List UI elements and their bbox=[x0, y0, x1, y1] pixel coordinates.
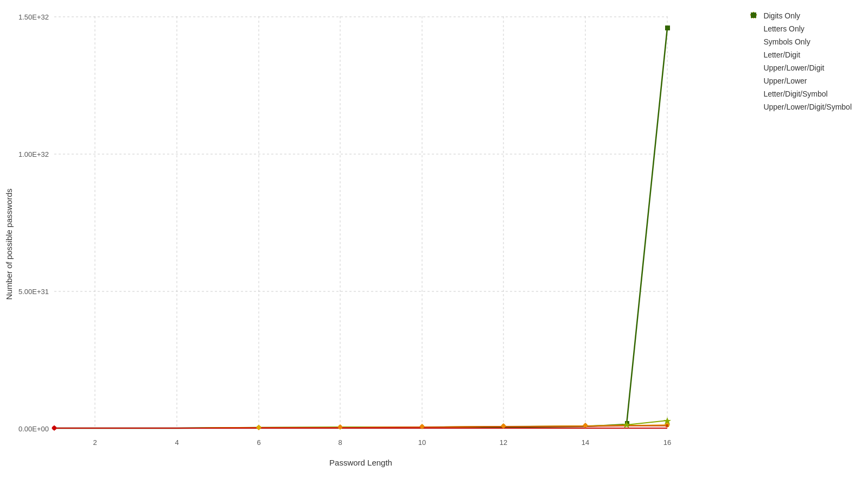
legend-item-upper-lower: Upper/Lower bbox=[749, 76, 852, 86]
legend-icon-upper-lower-digit bbox=[749, 63, 759, 73]
svg-text:5.00E+31: 5.00E+31 bbox=[18, 288, 49, 296]
legend-label-letter-digit: Letter/Digit bbox=[763, 50, 800, 59]
legend-icon-upper-lower bbox=[749, 76, 759, 86]
legend-item-digits-only: Digits Only bbox=[749, 11, 852, 21]
legend-icon-upper-lower-digit-symbol bbox=[749, 102, 759, 112]
legend-item-upper-lower-digit-symbol: Upper/Lower/Digit/Symbol bbox=[749, 102, 852, 112]
legend-label-symbols-only: Symbols Only bbox=[763, 37, 810, 46]
svg-rect-37 bbox=[502, 424, 505, 428]
svg-rect-35 bbox=[420, 425, 424, 428]
legend-icon-letters-only bbox=[749, 24, 759, 34]
legend-icon-letter-digit-symbol bbox=[749, 89, 759, 99]
legend-item-symbols-only: Symbols Only bbox=[749, 37, 852, 47]
svg-text:1.00E+32: 1.00E+32 bbox=[18, 150, 49, 158]
svg-text:12: 12 bbox=[500, 438, 507, 447]
svg-text:0.00E+00: 0.00E+00 bbox=[18, 425, 49, 433]
legend-label-letter-digit-symbol: Letter/Digit/Symbol bbox=[763, 90, 827, 98]
svg-text:10: 10 bbox=[418, 438, 426, 447]
svg-text:Number of possible passwords: Number of possible passwords bbox=[4, 188, 14, 300]
svg-text:Password Length: Password Length bbox=[329, 458, 392, 467]
chart-legend: Digits Only Letters Only Symbols Only Le… bbox=[749, 11, 852, 112]
legend-item-letter-digit: Letter/Digit bbox=[749, 50, 852, 60]
legend-label-upper-lower-digit-symbol: Upper/Lower/Digit/Symbol bbox=[763, 103, 852, 111]
svg-text:6: 6 bbox=[257, 438, 260, 447]
legend-item-upper-lower-digit: Upper/Lower/Digit bbox=[749, 63, 852, 73]
legend-item-letters-only: Letters Only bbox=[749, 24, 852, 34]
svg-marker-31 bbox=[257, 425, 261, 429]
svg-rect-42 bbox=[665, 26, 670, 30]
svg-text:8: 8 bbox=[338, 438, 342, 447]
chart-container: 0.00E+00 5.00E+31 1.00E+32 1.50E+32 2 4 … bbox=[0, 0, 868, 484]
svg-text:2: 2 bbox=[93, 438, 97, 447]
legend-icon-symbols-only bbox=[749, 37, 759, 47]
svg-text:14: 14 bbox=[582, 438, 589, 447]
legend-label-upper-lower: Upper/Lower bbox=[763, 77, 807, 85]
legend-label-letters-only: Letters Only bbox=[763, 24, 804, 33]
legend-label-digits-only: Digits Only bbox=[763, 11, 800, 20]
legend-icon-letter-digit bbox=[749, 50, 759, 60]
svg-rect-55 bbox=[751, 12, 756, 18]
svg-rect-33 bbox=[339, 425, 342, 429]
svg-rect-39 bbox=[584, 424, 587, 427]
svg-text:16: 16 bbox=[663, 438, 671, 447]
legend-item-letter-digit-symbol: Letter/Digit/Symbol bbox=[749, 89, 852, 99]
svg-marker-28 bbox=[52, 425, 56, 430]
svg-text:4: 4 bbox=[175, 438, 178, 447]
legend-label-upper-lower-digit: Upper/Lower/Digit bbox=[763, 63, 824, 72]
svg-rect-47 bbox=[666, 424, 668, 427]
svg-text:1.50E+32: 1.50E+32 bbox=[18, 13, 49, 21]
